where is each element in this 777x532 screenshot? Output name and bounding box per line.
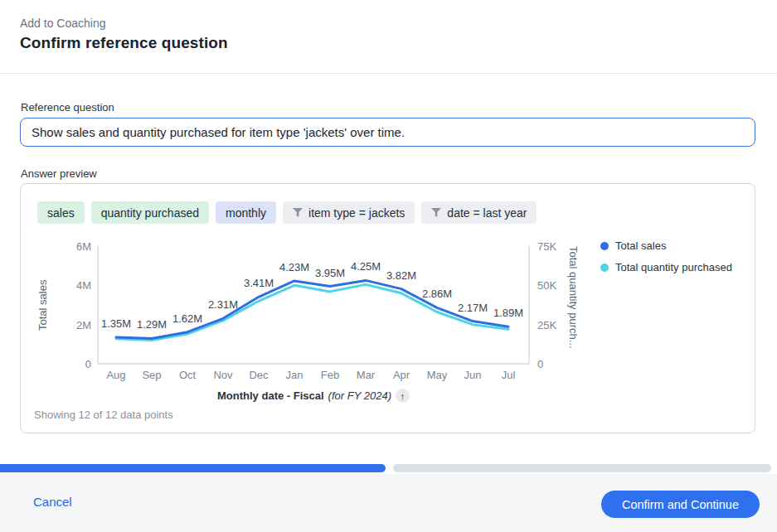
confirm-and-continue-button[interactable]: Confirm and Continue bbox=[601, 491, 760, 518]
left-axis-title: Total sales bbox=[36, 246, 49, 364]
chip-sales[interactable]: sales bbox=[37, 201, 85, 224]
x-axis-tick: Jan bbox=[276, 369, 313, 381]
legend-item-total-quantity[interactable]: Total quantity purchased bbox=[600, 261, 732, 273]
chip-date-last-year[interactable]: date = last year bbox=[421, 201, 537, 224]
x-axis-tick: Jun bbox=[454, 369, 491, 381]
chip-label: sales bbox=[47, 206, 75, 220]
filter-icon bbox=[293, 208, 303, 217]
chip-label: date = last year bbox=[447, 206, 527, 220]
x-axis-tick: Nov bbox=[205, 369, 241, 381]
reference-question-input[interactable] bbox=[20, 118, 755, 147]
filter-icon bbox=[431, 208, 441, 217]
data-point-label: 2.86M bbox=[410, 288, 464, 300]
dialog-eyebrow: Add to Coaching bbox=[20, 17, 106, 30]
x-axis-title-text: Monthly date - Fiscal bbox=[217, 389, 324, 402]
left-axis-tick: 4M bbox=[41, 279, 91, 292]
page-title: Confirm reference question bbox=[20, 34, 228, 52]
x-axis-tick: Jul bbox=[490, 369, 527, 381]
right-axis-tick: 25K bbox=[537, 319, 587, 331]
x-axis-tick: Sep bbox=[134, 369, 170, 381]
x-axis-tick: Oct bbox=[169, 369, 206, 381]
dialog-footer: Cancel Confirm and Continue bbox=[0, 474, 777, 532]
legend-item-total-sales[interactable]: Total sales bbox=[600, 239, 732, 252]
left-axis-tick: 6M bbox=[41, 240, 91, 253]
chip-item-type-jackets[interactable]: item type = jackets bbox=[283, 201, 415, 224]
header-divider bbox=[0, 73, 777, 74]
x-axis-tick: Dec bbox=[240, 369, 277, 381]
sort-ascending-icon[interactable]: ↑ bbox=[396, 389, 410, 403]
answer-preview-card: salesquantity purchasedmonthlyitem type … bbox=[20, 183, 755, 433]
reference-question-label: Reference question bbox=[21, 101, 114, 114]
right-axis-tick: 0 bbox=[537, 358, 587, 370]
chip-monthly[interactable]: monthly bbox=[216, 201, 276, 224]
x-axis-tick: Aug bbox=[98, 369, 134, 381]
chip-quantity-purchased[interactable]: quantity purchased bbox=[91, 201, 209, 224]
data-points-footnote: Showing 12 of 12 data points bbox=[34, 409, 755, 421]
legend-label: Total quantity purchased bbox=[615, 261, 732, 273]
data-point-label: 1.62M bbox=[161, 312, 214, 325]
sales-legend-dot-icon bbox=[600, 242, 609, 250]
right-axis-tick: 75K bbox=[537, 240, 587, 253]
chart-legend: Total sales Total quantity purchased bbox=[600, 239, 732, 273]
data-point-label: 3.82M bbox=[375, 269, 428, 282]
chip-label: item type = jackets bbox=[308, 206, 405, 220]
legend-label: Total sales bbox=[615, 239, 666, 252]
data-point-label: 2.31M bbox=[197, 298, 250, 311]
x-axis-title: Monthly date - Fiscal (for FY 2024) ↑ bbox=[98, 389, 529, 403]
right-axis-tick: 50K bbox=[537, 279, 587, 292]
confirm-reference-dialog: Add to Coaching Confirm reference questi… bbox=[0, 0, 777, 532]
line-chart: Total sales Total quantity purch... Mont… bbox=[21, 238, 755, 404]
x-axis-tick: Feb bbox=[312, 369, 348, 381]
chip-label: quantity purchased bbox=[101, 206, 199, 220]
progress-bar-remaining bbox=[393, 464, 771, 472]
data-point-label: 1.89M bbox=[482, 307, 535, 319]
quantity-legend-dot-icon bbox=[600, 264, 609, 272]
left-axis-tick: 2M bbox=[41, 319, 91, 331]
right-axis-title: Total quantity purch... bbox=[566, 246, 580, 364]
left-axis-tick: 0 bbox=[41, 358, 91, 370]
x-axis-tick: Mar bbox=[347, 369, 384, 381]
answer-preview-label: Answer preview bbox=[21, 167, 97, 180]
token-chips-row: salesquantity purchasedmonthlyitem type … bbox=[37, 201, 755, 224]
cancel-button[interactable]: Cancel bbox=[33, 495, 72, 509]
data-point-label: 3.41M bbox=[232, 277, 285, 289]
progress-bar-completed bbox=[0, 464, 386, 472]
x-axis-tick: May bbox=[419, 369, 455, 381]
x-axis-tick: Apr bbox=[383, 369, 420, 381]
chip-label: monthly bbox=[226, 206, 266, 220]
x-axis-title-suffix: (for FY 2024) bbox=[328, 389, 391, 402]
